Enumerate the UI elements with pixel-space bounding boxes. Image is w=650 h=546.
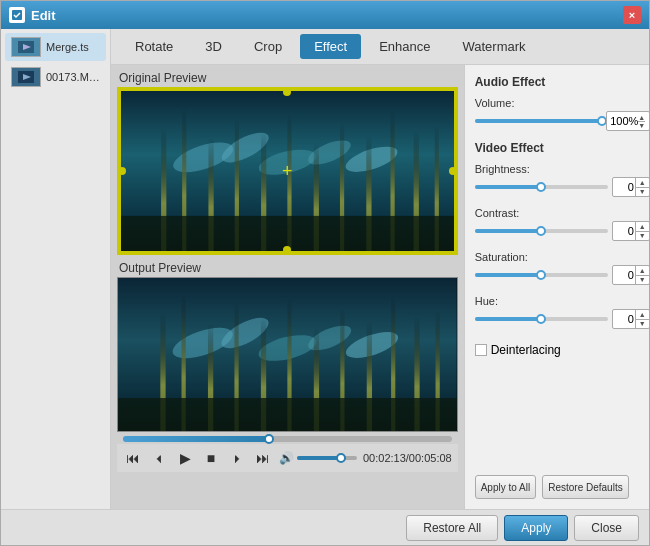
- brightness-slider-track[interactable]: [475, 185, 608, 189]
- audio-effect-label: Audio Effect: [475, 75, 649, 89]
- original-video-box: +: [117, 87, 458, 255]
- contrast-down-button[interactable]: ▼: [636, 232, 649, 241]
- brightness-value-input[interactable]: 0 ▲ ▼: [612, 177, 649, 197]
- volume-value-input[interactable]: 100% ▲ ▼: [606, 111, 649, 131]
- spacer: [475, 363, 649, 465]
- preview-section: Original Preview: [111, 65, 649, 509]
- saturation-down-button[interactable]: ▼: [636, 276, 649, 285]
- video-effect-label: Video Effect: [475, 141, 649, 155]
- saturation-value-input[interactable]: 0 ▲ ▼: [612, 265, 649, 285]
- contrast-slider-thumb[interactable]: [536, 226, 546, 236]
- contrast-slider-track[interactable]: [475, 229, 608, 233]
- effect-btn-row: Apply to All Restore Defaults: [475, 475, 649, 499]
- file-thumb-mts: [11, 67, 41, 87]
- restore-all-button[interactable]: Restore All: [406, 515, 498, 541]
- saturation-slider-row: 0 ▲ ▼: [475, 265, 649, 285]
- volume-icon: 🔊: [279, 451, 294, 465]
- saturation-slider-fill: [475, 273, 542, 277]
- volume-slider-track[interactable]: [475, 119, 602, 123]
- saturation-slider-thumb[interactable]: [536, 270, 546, 280]
- volume-row: Volume: 100% ▲ ▼: [475, 97, 649, 131]
- tab-effect[interactable]: Effect: [300, 34, 361, 59]
- hue-down-button[interactable]: ▼: [636, 320, 649, 329]
- volume-fill: [297, 456, 339, 460]
- tab-watermark[interactable]: Watermark: [448, 34, 539, 59]
- file-name-mts: 00173.MTS: [46, 71, 100, 83]
- tab-enhance[interactable]: Enhance: [365, 34, 444, 59]
- svg-rect-42: [118, 398, 457, 432]
- tab-3d[interactable]: 3D: [191, 34, 236, 59]
- saturation-slider-track[interactable]: [475, 273, 608, 277]
- contrast-slider-fill: [475, 229, 542, 233]
- deinterlace-row: Deinterlacing: [475, 343, 649, 357]
- contrast-label: Contrast:: [475, 207, 649, 219]
- volume-track[interactable]: [297, 456, 357, 460]
- contrast-up-button[interactable]: ▲: [636, 222, 649, 232]
- volume-area: 🔊: [279, 451, 357, 465]
- contrast-value-input[interactable]: 0 ▲ ▼: [612, 221, 649, 241]
- close-window-button[interactable]: ×: [623, 6, 641, 24]
- hue-slider-row: 0 ▲ ▼: [475, 309, 649, 329]
- saturation-up-button[interactable]: ▲: [636, 266, 649, 276]
- right-panel: Audio Effect Volume: 100%: [464, 65, 649, 509]
- tab-rotate[interactable]: Rotate: [121, 34, 187, 59]
- volume-up-button[interactable]: ▲: [638, 114, 645, 122]
- hue-value-input[interactable]: 0 ▲ ▼: [612, 309, 649, 329]
- close-button[interactable]: Close: [574, 515, 639, 541]
- restore-defaults-button[interactable]: Restore Defaults: [542, 475, 628, 499]
- brightness-up-button[interactable]: ▲: [636, 178, 649, 188]
- progress-track[interactable]: [123, 436, 452, 442]
- volume-label: Volume:: [475, 97, 649, 109]
- progress-bar-area: [117, 436, 458, 444]
- hue-slider-thumb[interactable]: [536, 314, 546, 324]
- hue-slider-fill: [475, 317, 542, 321]
- main-area: Rotate 3D Crop Effect Enhance Watermark …: [111, 29, 649, 509]
- contrast-row: Contrast: 0 ▲ ▼: [475, 207, 649, 241]
- output-preview-label: Output Preview: [117, 261, 458, 275]
- hue-label: Hue:: [475, 295, 649, 307]
- hue-slider-track[interactable]: [475, 317, 608, 321]
- progress-thumb[interactable]: [264, 434, 274, 444]
- deinterlace-label: Deinterlacing: [491, 343, 561, 357]
- original-preview-label: Original Preview: [117, 71, 458, 85]
- volume-down-button[interactable]: ▼: [638, 122, 645, 129]
- volume-slider-fill: [475, 119, 602, 123]
- time-display: 00:02:13/00:05:08: [363, 452, 452, 464]
- footer: Restore All Apply Close: [1, 509, 649, 545]
- brightness-down-button[interactable]: ▼: [636, 188, 649, 197]
- brightness-row: Brightness: 0 ▲ ▼: [475, 163, 649, 197]
- skip-forward-button[interactable]: ⏭: [253, 448, 273, 468]
- left-panel: Merge.ts 00173.MTS: [1, 29, 111, 509]
- content-area: Merge.ts 00173.MTS Rotate 3D Crop Effect…: [1, 29, 649, 509]
- titlebar: Edit ×: [1, 1, 649, 29]
- file-item-merge[interactable]: Merge.ts: [5, 33, 106, 61]
- svg-rect-23: [119, 216, 456, 253]
- stop-button[interactable]: ■: [201, 448, 221, 468]
- previews-col: Original Preview: [111, 65, 464, 509]
- saturation-row: Saturation: 0 ▲ ▼: [475, 251, 649, 285]
- brightness-slider-fill: [475, 185, 542, 189]
- file-item-mts[interactable]: 00173.MTS: [5, 63, 106, 91]
- file-name-merge: Merge.ts: [46, 41, 89, 53]
- step-back-button[interactable]: ⏴: [149, 448, 169, 468]
- skip-back-button[interactable]: ⏮: [123, 448, 143, 468]
- brightness-slider-thumb[interactable]: [536, 182, 546, 192]
- volume-slider-row: 100% ▲ ▼: [475, 111, 649, 131]
- progress-fill: [123, 436, 268, 442]
- play-button[interactable]: ▶: [175, 448, 195, 468]
- apply-to-all-button[interactable]: Apply to All: [475, 475, 536, 499]
- deinterlace-checkbox[interactable]: [475, 344, 487, 356]
- hue-up-button[interactable]: ▲: [636, 310, 649, 320]
- step-forward-button[interactable]: ⏵: [227, 448, 247, 468]
- volume-thumb[interactable]: [336, 453, 346, 463]
- tab-crop[interactable]: Crop: [240, 34, 296, 59]
- apply-button[interactable]: Apply: [504, 515, 568, 541]
- controls-row: ⏮ ⏴ ▶ ■ ⏵ ⏭ 🔊: [117, 444, 458, 472]
- preview-area: Original Preview: [111, 65, 649, 509]
- saturation-label: Saturation:: [475, 251, 649, 263]
- file-thumb-merge: [11, 37, 41, 57]
- window-title: Edit: [31, 8, 623, 23]
- output-video-box: [117, 277, 458, 432]
- brightness-label: Brightness:: [475, 163, 649, 175]
- hue-row: Hue: 0 ▲ ▼: [475, 295, 649, 329]
